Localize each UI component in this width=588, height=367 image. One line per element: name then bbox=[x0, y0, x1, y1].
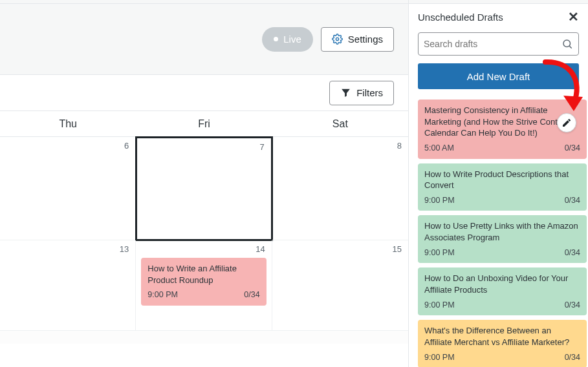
drafts-list[interactable]: Mastering Consistency in Affiliate Marke… bbox=[409, 97, 588, 367]
draft-title: How to Write Product Descriptions that C… bbox=[424, 169, 580, 191]
edit-draft-button[interactable] bbox=[557, 113, 576, 132]
draft-time: 9:00 PM bbox=[424, 247, 455, 258]
draft-card[interactable]: What's the Difference Between an Affilia… bbox=[418, 320, 587, 367]
calendar-cell[interactable]: 8 bbox=[272, 137, 408, 240]
event-time: 9:00 PM bbox=[147, 289, 178, 300]
edit-icon bbox=[561, 118, 572, 128]
filters-button[interactable]: Filters bbox=[329, 81, 394, 105]
day-number: 14 bbox=[141, 244, 266, 254]
day-number: 13 bbox=[5, 244, 130, 254]
event-title: How to Write an Affiliate Product Roundu… bbox=[147, 263, 259, 286]
draft-card[interactable]: How to Write Product Descriptions that C… bbox=[418, 163, 587, 211]
calendar-grid: Thu Fri Sat 6 7 8 13 14 bbox=[0, 111, 408, 367]
live-label: Live bbox=[283, 34, 301, 45]
draft-title: What's the Difference Between an Affilia… bbox=[424, 325, 580, 348]
day-header: Sat bbox=[272, 111, 408, 136]
day-number: 8 bbox=[278, 141, 403, 151]
draft-count: 0/34 bbox=[565, 143, 580, 154]
settings-button[interactable]: Settings bbox=[321, 27, 394, 52]
draft-card[interactable]: How to Do an Unboxing Video for Your Aff… bbox=[418, 267, 587, 315]
status-dot-icon bbox=[274, 37, 278, 41]
filter-bar: Filters bbox=[0, 75, 408, 111]
funnel-icon bbox=[340, 87, 351, 98]
draft-time: 5:00 AM bbox=[424, 143, 454, 154]
calendar-cell[interactable]: 15 bbox=[272, 240, 408, 331]
panel-heading: Unscheduled Drafts bbox=[418, 12, 503, 23]
draft-count: 0/34 bbox=[565, 195, 580, 206]
draft-count: 0/34 bbox=[565, 352, 580, 363]
close-icon[interactable]: ✕ bbox=[568, 10, 579, 23]
draft-count: 0/34 bbox=[565, 300, 580, 311]
calendar-event[interactable]: How to Write an Affiliate Product Roundu… bbox=[141, 258, 266, 306]
top-toolbar: Live Settings bbox=[0, 4, 408, 75]
calendar-cell-today[interactable]: 7 bbox=[135, 136, 272, 241]
draft-count: 0/34 bbox=[565, 247, 580, 258]
filters-label: Filters bbox=[356, 87, 383, 98]
draft-card[interactable]: How to Use Pretty Links with the Amazon … bbox=[418, 215, 587, 263]
settings-label: Settings bbox=[348, 34, 383, 45]
day-number: 15 bbox=[278, 244, 403, 254]
svg-line-2 bbox=[569, 46, 571, 48]
search-input[interactable] bbox=[424, 39, 561, 49]
search-icon[interactable] bbox=[561, 38, 573, 50]
live-toggle[interactable]: Live bbox=[262, 27, 313, 52]
draft-time: 9:00 PM bbox=[424, 352, 455, 363]
day-number: 6 bbox=[5, 141, 130, 151]
event-count: 0/34 bbox=[244, 289, 259, 300]
drafts-panel: Unscheduled Drafts ✕ Add New Draft Maste… bbox=[409, 0, 588, 367]
add-draft-button[interactable]: Add New Draft bbox=[418, 63, 579, 89]
day-header: Thu bbox=[0, 111, 136, 136]
calendar-cell[interactable]: 13 bbox=[0, 240, 136, 331]
svg-point-0 bbox=[336, 37, 338, 40]
calendar-cell[interactable]: 6 bbox=[0, 137, 136, 240]
draft-title: How to Use Pretty Links with the Amazon … bbox=[424, 220, 580, 243]
day-number: 7 bbox=[142, 142, 265, 152]
search-drafts-field[interactable] bbox=[418, 32, 579, 56]
draft-time: 9:00 PM bbox=[424, 300, 455, 311]
calendar-cell[interactable]: 14 How to Write an Affiliate Product Rou… bbox=[136, 240, 272, 331]
svg-point-1 bbox=[563, 40, 571, 47]
day-header: Fri bbox=[136, 111, 272, 136]
gear-icon bbox=[332, 34, 343, 45]
draft-title: How to Do an Unboxing Video for Your Aff… bbox=[424, 273, 580, 295]
draft-time: 9:00 PM bbox=[424, 195, 455, 206]
